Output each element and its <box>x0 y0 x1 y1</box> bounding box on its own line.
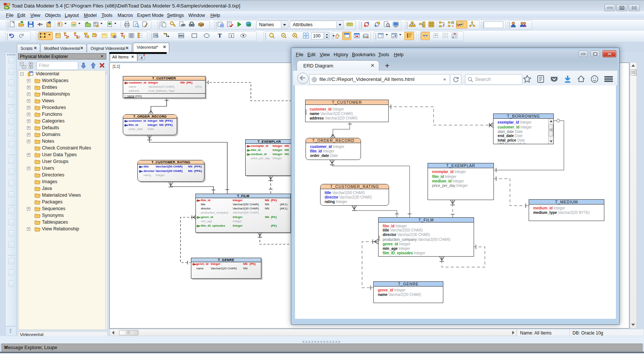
svg-text:CAP: CAP <box>457 23 463 26</box>
svg-text:T: T <box>230 34 233 38</box>
svg-text:NB: NB <box>154 34 158 37</box>
svg-text:IMG: IMG <box>179 34 184 37</box>
svg-text:T: T <box>218 33 222 39</box>
